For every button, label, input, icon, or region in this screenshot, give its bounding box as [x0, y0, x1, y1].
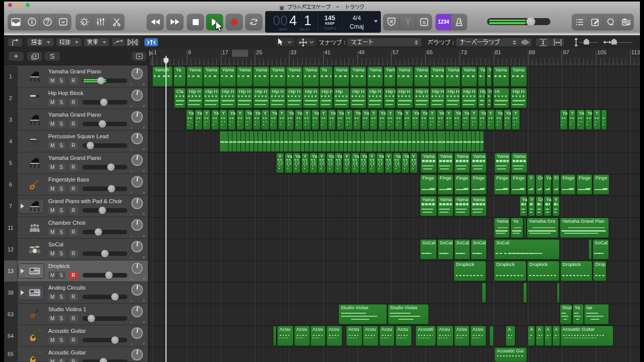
svg-text:S: S: [422, 20, 425, 25]
